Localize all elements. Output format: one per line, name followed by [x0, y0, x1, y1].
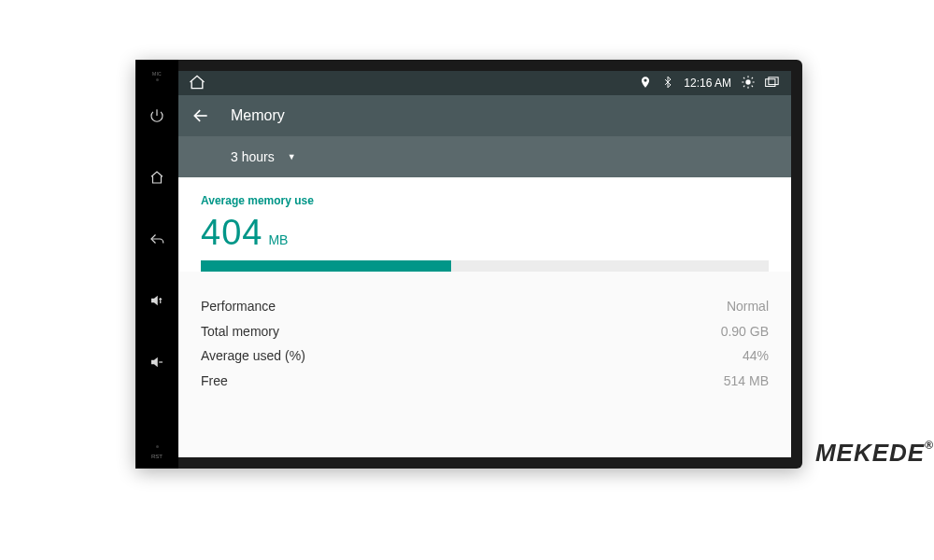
svg-rect-1 — [766, 78, 775, 86]
nav-home-icon[interactable] — [188, 74, 206, 93]
home-button[interactable] — [147, 167, 167, 188]
row-average-used[interactable]: Average used (%) 44% — [201, 343, 769, 369]
memory-value-unit: MB — [268, 232, 288, 247]
arrow-left-icon — [191, 106, 210, 125]
power-icon — [149, 107, 165, 124]
label: Free — [201, 369, 228, 394]
home-icon — [149, 169, 165, 186]
recents-icon[interactable] — [765, 76, 782, 91]
brand-reg: ® — [925, 439, 934, 452]
back-hw-button[interactable] — [147, 229, 167, 249]
volume-down-button[interactable] — [147, 352, 167, 372]
value: 0.90 GB — [721, 319, 769, 344]
back-hw-icon — [149, 231, 165, 247]
svg-rect-2 — [769, 77, 778, 84]
location-icon — [639, 76, 652, 91]
volume-up-icon — [149, 292, 165, 309]
memory-value-number: 404 — [201, 213, 262, 253]
memory-value: 404 MB — [201, 213, 769, 253]
power-button[interactable] — [147, 105, 167, 126]
chevron-down-icon: ▼ — [288, 152, 296, 161]
bluetooth-icon — [661, 76, 674, 91]
app-bar: Memory — [178, 95, 791, 136]
status-bar: 12:16 AM — [178, 71, 791, 95]
usage-bar-fill — [201, 260, 451, 272]
device-frame: MIC RST 12:16 AM — [135, 60, 802, 469]
brightness-icon[interactable] — [741, 75, 756, 92]
app-title: Memory — [231, 107, 285, 124]
time-period-selector[interactable]: 3 hours ▼ — [178, 136, 791, 177]
label: Performance — [201, 294, 276, 319]
value: 514 MB — [724, 369, 769, 394]
memory-summary: Average memory use 404 MB — [178, 177, 791, 272]
mic-hole — [156, 78, 159, 81]
clock: 12:16 AM — [684, 77, 731, 90]
volume-up-button[interactable] — [147, 290, 167, 311]
label: Average used (%) — [201, 343, 305, 369]
screen: 12:16 AM Memory 3 hours ▼ Average memory… — [178, 71, 791, 457]
brand-name: MEKEDE — [815, 439, 925, 467]
svg-point-0 — [745, 79, 750, 84]
brand-watermark: MEKEDE® — [815, 439, 934, 468]
back-button[interactable] — [191, 106, 210, 125]
mic-label: MIC — [152, 71, 162, 77]
value: Normal — [727, 294, 769, 319]
reset-hole — [156, 445, 159, 448]
time-period-label: 3 hours — [231, 149, 275, 164]
section-title: Average memory use — [201, 194, 769, 207]
label: Total memory — [201, 319, 279, 344]
row-total-memory[interactable]: Total memory 0.90 GB — [201, 319, 769, 344]
usage-bar — [201, 260, 769, 272]
reset-label: RST — [151, 454, 163, 459]
value: 44% — [743, 343, 769, 369]
hardware-button-column: MIC RST — [135, 60, 178, 469]
details-list: Performance Normal Total memory 0.90 GB … — [178, 272, 791, 393]
volume-down-icon — [149, 354, 165, 371]
row-free[interactable]: Free 514 MB — [201, 369, 769, 394]
row-performance[interactable]: Performance Normal — [201, 294, 769, 319]
